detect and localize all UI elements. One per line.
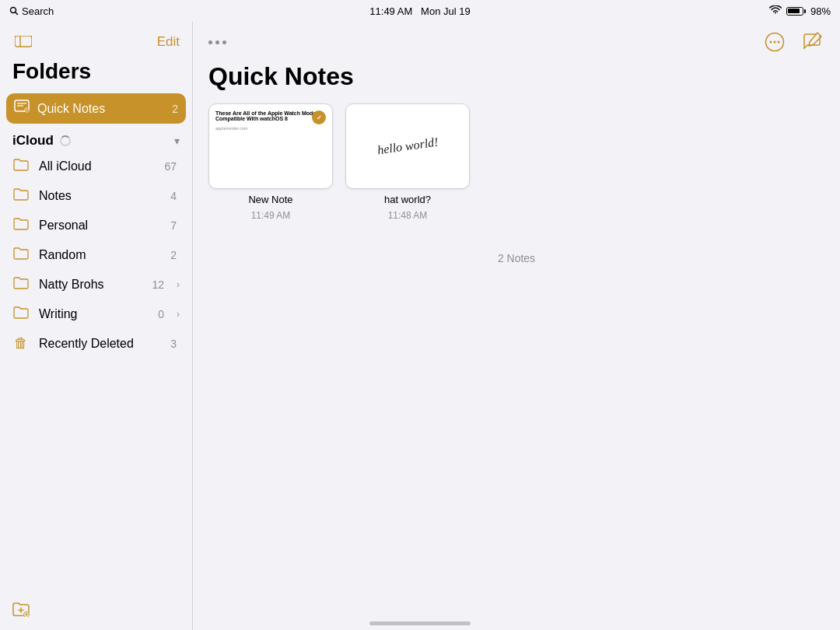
folder-icon — [12, 187, 30, 205]
main-header — [193, 22, 840, 62]
folder-count: 12 — [152, 278, 164, 291]
folder-name: All iCloud — [39, 159, 155, 173]
folder-icon — [12, 306, 30, 323]
svg-point-16 — [774, 41, 776, 44]
wifi-icon — [769, 5, 782, 17]
folder-icon — [12, 217, 30, 234]
folder-chevron-icon: › — [177, 309, 180, 320]
status-left: Search — [9, 5, 54, 17]
svg-rect-2 — [15, 36, 32, 47]
sidebar-toggle-button[interactable] — [12, 31, 34, 53]
folder-name: Natty Brohs — [39, 278, 142, 292]
web-badge: ✓ — [312, 110, 326, 124]
quick-notes-count: 2 — [172, 103, 178, 115]
share-button[interactable] — [762, 30, 787, 54]
dot3 — [222, 40, 226, 44]
folder-count: 7 — [170, 219, 177, 232]
folder-name: Random — [39, 248, 161, 262]
icloud-title: iCloud — [12, 133, 54, 149]
new-folder-button[interactable] — [12, 603, 30, 620]
handwriting-text: hello world! — [376, 135, 439, 158]
note-title: hat world? — [384, 194, 431, 205]
status-bar: Search 11:49 AM Mon Jul 19 98% — [0, 0, 840, 22]
quick-note-icon — [14, 100, 30, 114]
header-actions — [762, 30, 824, 54]
dot1 — [208, 40, 212, 44]
sidebar-toggle-icon — [15, 36, 32, 48]
note-thumbnail: hello world! — [345, 103, 470, 189]
more-options-button[interactable] — [208, 40, 226, 44]
battery-icon — [786, 7, 806, 16]
new-note-button[interactable] — [800, 30, 824, 54]
sidebar: Edit Folders Quick Notes 2 iCloud ▾ — [0, 22, 193, 630]
svg-point-17 — [778, 41, 780, 44]
handwriting-content: hello world! — [346, 104, 469, 188]
page-title: Quick Notes — [193, 62, 840, 103]
note-card-note2[interactable]: hello world! hat world? 11:48 AM — [345, 103, 470, 221]
wifi-signal-icon — [769, 5, 782, 15]
new-folder-icon — [12, 601, 30, 617]
note-card-note1[interactable]: These Are All of the Apple Watch Models … — [208, 103, 333, 221]
sidebar-bottom — [0, 592, 192, 630]
recently-deleted-label: Recently Deleted — [39, 337, 161, 351]
web-badge-text: ✓ — [317, 114, 322, 121]
search-status-label[interactable]: Search — [9, 5, 54, 17]
sidebar-header: Edit — [0, 22, 192, 59]
icloud-chevron-icon[interactable]: ▾ — [174, 135, 180, 147]
folder-name: Notes — [39, 189, 161, 203]
svg-line-1 — [16, 12, 18, 15]
app-container: Edit Folders Quick Notes 2 iCloud ▾ — [0, 22, 840, 630]
sidebar-item-all-icloud[interactable]: All iCloud 67 — [0, 152, 192, 181]
search-icon — [9, 6, 19, 16]
trash-icon: 🗑 — [12, 335, 30, 352]
folder-count: 4 — [170, 190, 177, 202]
folder-name: Writing — [39, 307, 149, 321]
main-content: Quick Notes These Are All of the Apple W… — [193, 22, 840, 630]
status-center: 11:49 AM Mon Jul 19 — [369, 5, 470, 17]
folder-icon — [12, 247, 30, 264]
web-note-title: These Are All of the Apple Watch Models … — [215, 110, 326, 121]
dot2 — [215, 40, 219, 44]
folder-count: 67 — [164, 160, 177, 173]
edit-button[interactable]: Edit — [157, 34, 180, 50]
notes-grid: These Are All of the Apple Watch Models … — [193, 103, 840, 221]
folder-icon — [12, 276, 30, 293]
web-note-url: appleinsider.com — [215, 126, 326, 131]
sidebar-item-writing[interactable]: Writing 0 › — [0, 299, 192, 329]
folder-list: All iCloud 67 Notes 4 Personal 7 Random … — [0, 152, 192, 329]
sidebar-item-personal[interactable]: Personal 7 — [0, 211, 192, 240]
note-time: 11:48 AM — [388, 210, 428, 221]
svg-point-15 — [770, 41, 772, 44]
icloud-section-header: iCloud ▾ — [0, 124, 192, 152]
folder-count: 0 — [158, 308, 164, 320]
recently-deleted-count: 3 — [170, 338, 177, 350]
notes-count-label: 2 Notes — [193, 252, 840, 264]
note-thumbnail: These Are All of the Apple Watch Models … — [208, 103, 333, 189]
note-title: New Note — [248, 194, 292, 205]
sidebar-item-recently-deleted[interactable]: 🗑 Recently Deleted 3 — [0, 329, 192, 358]
sidebar-item-notes[interactable]: Notes 4 — [0, 181, 192, 211]
sidebar-item-random[interactable]: Random 2 — [0, 240, 192, 270]
quick-notes-icon — [14, 100, 30, 117]
folder-chevron-icon: › — [177, 279, 180, 290]
quick-notes-label: Quick Notes — [37, 102, 164, 116]
note-time: 11:49 AM — [251, 210, 291, 221]
folders-title: Folders — [0, 59, 192, 93]
ellipsis-circle-icon — [765, 32, 785, 52]
home-indicator — [369, 621, 471, 625]
loading-spinner — [60, 135, 71, 146]
battery-percent: 98% — [810, 5, 831, 17]
folder-icon — [12, 158, 30, 175]
compose-icon — [802, 32, 822, 52]
folder-name: Personal — [39, 219, 161, 233]
folder-count: 2 — [170, 249, 177, 261]
sidebar-item-quick-notes[interactable]: Quick Notes 2 — [6, 93, 186, 124]
sidebar-item-natty-brohs[interactable]: Natty Brohs 12 › — [0, 270, 192, 299]
status-right: 98% — [769, 5, 831, 17]
